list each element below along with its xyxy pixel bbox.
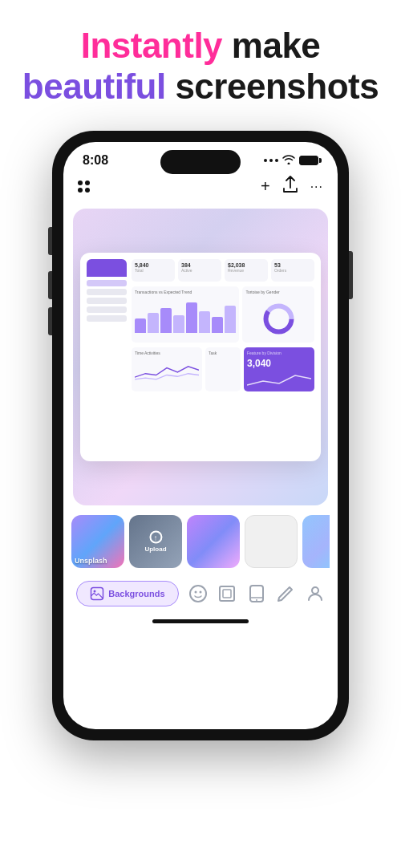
thumbnails-row: Unsplash ↑ Upload: [71, 515, 330, 571]
stat-2: 384 Active: [178, 259, 221, 282]
stat-3: $2,038 Revenue: [225, 259, 268, 282]
sticker-icon: [188, 584, 208, 603]
grid-dot-3: [78, 188, 83, 193]
stat-label-3: Revenue: [228, 268, 265, 273]
bar-6: [199, 311, 210, 333]
upload-arrow-icon: ↑: [149, 531, 162, 544]
dynamic-island: [160, 150, 241, 174]
dashboard-mockup: 5,840 Total 384 Active $2,038 Revenue: [80, 253, 321, 461]
battery-icon: [299, 156, 318, 165]
sidebar-header: [87, 259, 127, 277]
sidebar-item-5: [87, 315, 127, 322]
toolbar: + ···: [63, 172, 338, 204]
donut-container: [245, 297, 311, 341]
nav-item-5[interactable]: [276, 584, 295, 603]
add-button[interactable]: +: [261, 177, 270, 196]
nav-item-3[interactable]: [217, 584, 237, 603]
headline-line1: Instantly make: [16, 26, 385, 67]
bottom-nav: Backgrounds: [63, 574, 338, 616]
beautiful-text: beautiful: [22, 67, 166, 106]
bar-7: [212, 317, 223, 333]
svg-point-11: [256, 599, 257, 601]
bar-4: [173, 315, 184, 334]
toolbar-right-actions: + ···: [261, 176, 323, 197]
bar-5: [186, 302, 197, 333]
thumb-gradient1[interactable]: [187, 515, 240, 568]
stat-num-4: 53: [274, 262, 311, 268]
stat-num-1: 5,840: [135, 262, 172, 268]
thumb-unsplash-label: Unsplash: [75, 557, 107, 565]
thumb-upload[interactable]: ↑ Upload: [129, 515, 182, 568]
svg-point-5: [194, 591, 196, 594]
sidebar-item-4: [87, 306, 127, 313]
nav-pill-backgrounds[interactable]: Backgrounds: [76, 581, 178, 606]
share-button[interactable]: [283, 176, 298, 197]
screenshot-preview: 5,840 Total 384 Active $2,038 Revenue: [73, 209, 328, 505]
thumb-white[interactable]: [245, 515, 298, 568]
device-icon: [247, 584, 266, 603]
volume-up-button: [48, 271, 52, 299]
status-bar: 8:08: [63, 142, 338, 172]
sidebar-item-1: [87, 280, 127, 286]
nav-item-4[interactable]: [247, 584, 266, 603]
grid-dot-2: [85, 180, 90, 185]
screenshots-text: screenshots: [166, 67, 379, 106]
nav-item-6[interactable]: [306, 584, 325, 603]
line-chart-box: Time Activities: [132, 347, 202, 391]
make-text: make: [222, 26, 320, 65]
purple-mini-chart: [247, 369, 311, 389]
svg-rect-8: [223, 590, 231, 598]
signal-dot-1: [264, 159, 267, 162]
person-icon: [306, 584, 325, 603]
charts-row: Transactions vs Expected Trend: [132, 286, 314, 343]
sidebar-item-3: [87, 298, 127, 304]
wifi-icon: [282, 155, 295, 167]
task-title: Task: [209, 351, 237, 355]
signal-dots: [264, 159, 278, 162]
stat-num-2: 384: [181, 262, 218, 268]
purple-number: 3,040: [247, 358, 311, 369]
signal-dot-3: [275, 159, 278, 162]
headline-line2: beautiful screenshots: [16, 67, 385, 107]
stat-1: 5,840 Total: [132, 259, 175, 282]
svg-point-12: [312, 587, 318, 594]
phone-wrapper: 8:08: [0, 131, 401, 740]
stat-4: 53 Orders: [271, 259, 314, 282]
dashboard-sidebar: [87, 259, 127, 455]
donut-svg: [261, 301, 297, 337]
thumbnails-section: Unsplash ↑ Upload: [63, 510, 338, 574]
nav-item-backgrounds[interactable]: Backgrounds: [76, 581, 178, 606]
phone-screen: 8:08: [63, 142, 338, 729]
bar-chart-box: Transactions vs Expected Trend: [132, 286, 239, 343]
bar-8: [225, 306, 236, 333]
bar-chart-title: Transactions vs Expected Trend: [135, 290, 236, 294]
stat-label-1: Total: [135, 268, 172, 273]
upload-icon-container: ↑ Upload: [144, 531, 166, 553]
donut-chart-title: Tortoise by Gender: [245, 290, 311, 294]
bar-3: [160, 308, 172, 334]
svg-point-6: [199, 591, 201, 594]
backgrounds-icon: [90, 586, 104, 601]
sidebar-item-2: [87, 289, 127, 295]
thumb-gradient2[interactable]: [302, 515, 330, 568]
thumb-unsplash[interactable]: Unsplash: [71, 515, 124, 568]
purple-box-title: Feature by Division: [247, 351, 311, 355]
stat-label-2: Active: [181, 268, 218, 273]
grid-dot-4: [85, 188, 90, 193]
backgrounds-label: Backgrounds: [108, 589, 164, 598]
purple-stat-box: Feature by Division 3,040: [244, 347, 314, 391]
more-button[interactable]: ···: [310, 180, 323, 194]
grid-dot-1: [78, 180, 83, 185]
grid-icon[interactable]: [78, 180, 90, 193]
upload-label: Upload: [144, 546, 166, 553]
task-box: Task: [205, 347, 241, 391]
header: Instantly make beautiful screenshots: [0, 0, 401, 123]
dashboard-main: 5,840 Total 384 Active $2,038 Revenue: [132, 259, 314, 455]
signal-dot-2: [269, 159, 273, 162]
line-chart-svg: [135, 358, 199, 386]
bar-2: [148, 313, 159, 333]
volume-down-button: [48, 307, 52, 335]
nav-item-2[interactable]: [188, 584, 208, 603]
bar-chart: [135, 297, 236, 333]
svg-point-3: [94, 590, 96, 593]
